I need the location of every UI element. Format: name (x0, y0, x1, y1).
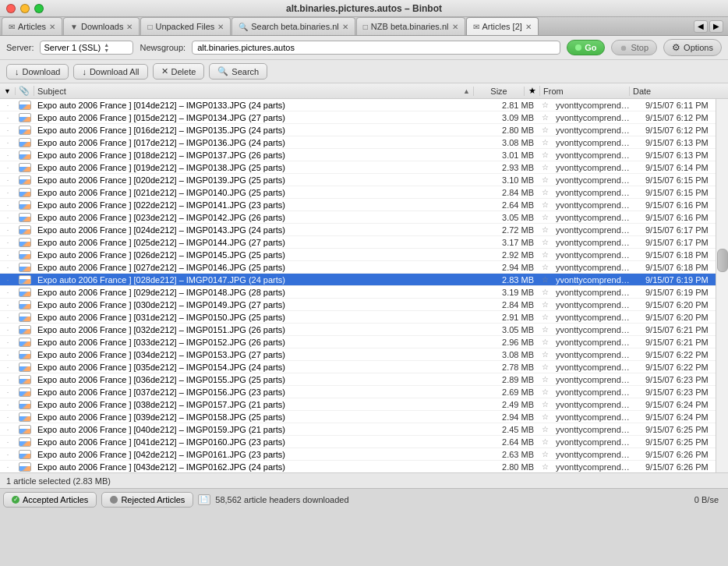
window-controls[interactable] (6, 4, 44, 13)
col-from-header[interactable]: From (540, 87, 630, 96)
table-row[interactable]: · Expo auto 2006 France ] [018de212] – I… (0, 149, 728, 161)
table-row[interactable]: · Expo auto 2006 France ] [022de212] – I… (0, 199, 728, 211)
row-star[interactable]: ☆ (537, 325, 553, 334)
row-star[interactable]: ☆ (537, 437, 553, 446)
row-star[interactable]: ☆ (537, 200, 553, 209)
options-button[interactable]: ⚙ Options (663, 39, 722, 56)
row-star[interactable]: ☆ (537, 375, 553, 384)
row-star[interactable]: ☆ (537, 101, 553, 109)
row-star[interactable]: ☆ (537, 313, 553, 321)
row-star[interactable]: ☆ (537, 363, 553, 371)
row-star[interactable]: ☆ (537, 126, 553, 134)
row-star[interactable]: ☆ (537, 425, 553, 433)
table-row[interactable]: · Expo auto 2006 France ] [021de212] – I… (0, 186, 728, 199)
download-button[interactable]: ↓ Download (6, 64, 69, 80)
table-row[interactable]: · Expo auto 2006 France ] [026de212] – I… (0, 249, 728, 261)
tab-downloads[interactable]: ▼ Downloads ✕ (63, 17, 140, 35)
table-row[interactable]: · Expo auto 2006 France ] [036de212] – I… (0, 373, 728, 386)
col-subject-header[interactable]: Subject ▲ (34, 87, 474, 96)
row-star[interactable]: ☆ (537, 450, 553, 458)
tab-articles1[interactable]: ✉ Articles ✕ (2, 17, 62, 35)
table-row[interactable]: · Expo auto 2006 France ] [031de212] – I… (0, 311, 728, 324)
row-star[interactable]: ☆ (537, 400, 553, 409)
search-button[interactable]: 🔍 Search (209, 63, 267, 80)
go-button[interactable]: Go (567, 40, 605, 55)
row-star[interactable]: ☆ (537, 300, 553, 309)
row-star[interactable]: ☆ (537, 387, 553, 396)
row-star[interactable]: ☆ (537, 225, 553, 234)
tab-articles2[interactable]: ✉ Articles [2] ✕ (466, 17, 539, 35)
row-star[interactable]: ☆ (537, 338, 553, 346)
row-star[interactable]: ☆ (537, 412, 553, 421)
image-file-icon (19, 425, 31, 434)
row-star[interactable]: ☆ (537, 462, 553, 471)
scrollbar[interactable] (716, 99, 728, 472)
table-row[interactable]: · Expo auto 2006 France ] [043de212] – I… (0, 461, 728, 472)
minimize-button[interactable] (20, 4, 30, 13)
table-row[interactable]: · Expo auto 2006 France ] [040de212] – I… (0, 423, 728, 436)
tab-close-icon3[interactable]: ✕ (217, 23, 224, 31)
table-row[interactable]: · Expo auto 2006 France ] [035de212] – I… (0, 361, 728, 373)
row-star[interactable]: ☆ (537, 150, 553, 159)
row-star[interactable]: ☆ (537, 138, 553, 147)
row-star[interactable]: ☆ (537, 350, 553, 359)
table-row[interactable]: · Expo auto 2006 France ] [023de212] – I… (0, 211, 728, 224)
tab-next-button[interactable]: ▶ (709, 20, 723, 33)
tab-unpacked[interactable]: □ Unpacked Files ✕ (140, 17, 231, 35)
table-row[interactable]: · Expo auto 2006 France ] [042de212] – I… (0, 448, 728, 461)
col-icon-header[interactable]: 📎 (16, 86, 34, 96)
maximize-button[interactable] (34, 4, 44, 13)
table-row[interactable]: · Expo auto 2006 France ] [025de212] – I… (0, 236, 728, 249)
server-select[interactable]: Server 1 (SSL) ▲▼ (40, 41, 133, 55)
close-button[interactable] (6, 4, 16, 13)
col-date-header[interactable]: Date (630, 87, 716, 96)
col-check-header[interactable]: ▼ (0, 87, 16, 95)
table-row[interactable]: · Expo auto 2006 France ] [033de212] – I… (0, 336, 728, 348)
rejected-articles-button[interactable]: Rejected Articles (101, 492, 193, 508)
table-row[interactable]: · Expo auto 2006 France ] [029de212] – I… (0, 286, 728, 299)
table-row[interactable]: · Expo auto 2006 France ] [024de212] – I… (0, 224, 728, 236)
row-star[interactable]: ☆ (537, 188, 553, 196)
table-row[interactable]: · Expo auto 2006 France ] [034de212] – I… (0, 348, 728, 361)
accepted-articles-button[interactable]: ✓ Accepted Articles (3, 492, 97, 508)
table-row[interactable]: · Expo auto 2006 France ] [041de212] – I… (0, 436, 728, 448)
newsgroup-input[interactable] (192, 41, 560, 55)
table-row[interactable]: · Expo auto 2006 France ] [028de212] – I… (0, 274, 728, 286)
table-row[interactable]: · Expo auto 2006 France ] [019de212] – I… (0, 161, 728, 174)
tab-close-icon2[interactable]: ✕ (126, 23, 133, 31)
delete-button[interactable]: ✕ Delete (153, 63, 205, 80)
tab-prev-button[interactable]: ◀ (694, 20, 708, 33)
tab-nzb[interactable]: □ NZB beta.binaries.nl ✕ (356, 17, 465, 35)
row-star[interactable]: ☆ (537, 288, 553, 296)
table-row[interactable]: · Expo auto 2006 France ] [030de212] – I… (0, 299, 728, 311)
tab-search[interactable]: 🔍 Search beta.binaries.nl ✕ (231, 17, 355, 35)
table-row[interactable]: · Expo auto 2006 France ] [017de212] – I… (0, 136, 728, 149)
tab-close-icon4[interactable]: ✕ (342, 23, 348, 31)
tab-close-icon[interactable]: ✕ (49, 23, 55, 31)
row-star[interactable]: ☆ (537, 175, 553, 184)
col-size-header[interactable]: Size (474, 87, 525, 96)
row-star[interactable]: ☆ (537, 263, 553, 271)
table-row[interactable]: · Expo auto 2006 France ] [020de212] – I… (0, 174, 728, 186)
table-row[interactable]: · Expo auto 2006 France ] [014de212] – I… (0, 99, 728, 111)
table-row[interactable]: · Expo auto 2006 France ] [015de212] – I… (0, 111, 728, 124)
table-row[interactable]: · Expo auto 2006 France ] [039de212] – I… (0, 411, 728, 423)
col-star-header[interactable]: ★ (525, 86, 540, 96)
row-star[interactable]: ☆ (537, 250, 553, 259)
tab-close-icon6[interactable]: ✕ (525, 23, 532, 31)
table-row[interactable]: · Expo auto 2006 France ] [027de212] – I… (0, 261, 728, 274)
row-star[interactable]: ☆ (537, 213, 553, 221)
row-star[interactable]: ☆ (537, 275, 553, 284)
image-file-icon (19, 350, 31, 359)
scroll-thumb[interactable] (717, 249, 728, 272)
tab-close-icon5[interactable]: ✕ (452, 23, 458, 31)
table-row[interactable]: · Expo auto 2006 France ] [016de212] – I… (0, 124, 728, 136)
table-row[interactable]: · Expo auto 2006 France ] [038de212] – I… (0, 398, 728, 411)
row-star[interactable]: ☆ (537, 238, 553, 246)
row-star[interactable]: ☆ (537, 163, 553, 172)
table-row[interactable]: · Expo auto 2006 France ] [032de212] – I… (0, 324, 728, 336)
download-all-button[interactable]: ↓ Download All (73, 64, 147, 80)
stop-button[interactable]: ⏺ Stop (611, 40, 657, 55)
table-row[interactable]: · Expo auto 2006 France ] [037de212] – I… (0, 386, 728, 398)
row-star[interactable]: ☆ (537, 113, 553, 122)
